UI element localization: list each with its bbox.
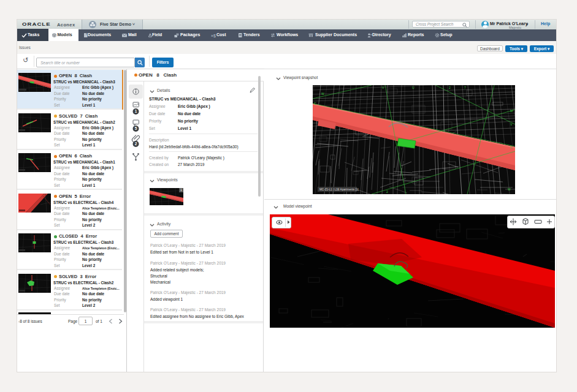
svg-text:M: M: [510, 109, 513, 113]
svg-text:W: W: [508, 187, 511, 191]
svg-text:MC-Z1-L1 | L1E Apartments [1]: MC-Z1-L1 | L1E Apartments [1]: [319, 188, 359, 191]
svg-text:C: C: [510, 145, 513, 149]
svg-text:W: W: [321, 92, 324, 96]
svg-text:2: 2: [135, 141, 137, 146]
svg-text:»$: »$: [211, 33, 216, 37]
svg-text:1: 1: [135, 109, 137, 113]
svg-text:U: U: [412, 86, 415, 89]
svg-text:2: 2: [386, 190, 388, 194]
svg-text:7: 7: [464, 86, 466, 89]
svg-text:C: C: [314, 102, 316, 105]
svg-text:5: 5: [135, 126, 137, 130]
svg-text:2: 2: [449, 86, 451, 89]
